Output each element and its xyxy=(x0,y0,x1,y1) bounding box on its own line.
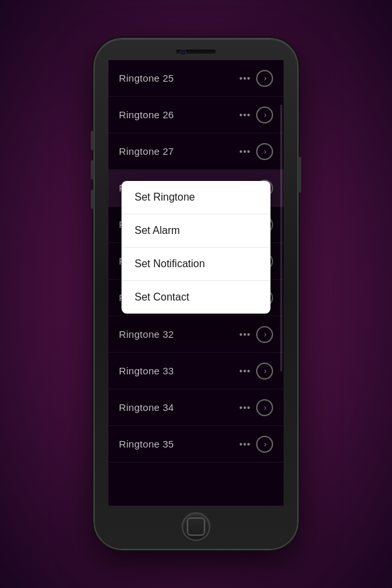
context-menu-item-set-ringtone[interactable]: Set Ringtone xyxy=(122,181,270,214)
home-button[interactable] xyxy=(182,512,210,541)
home-button-inner xyxy=(187,517,205,536)
phone-frame: Ringtone 25•••›Ringtone 26•••›Ringtone 2… xyxy=(95,39,297,549)
context-menu-item-set-notification[interactable]: Set Notification xyxy=(122,248,270,281)
context-menu: Set RingtoneSet AlarmSet NotificationSet… xyxy=(122,181,270,314)
camera xyxy=(180,50,186,55)
screen: Ringtone 25•••›Ringtone 26•••›Ringtone 2… xyxy=(108,60,284,506)
context-menu-item-set-alarm[interactable]: Set Alarm xyxy=(122,214,270,248)
context-menu-item-set-contact[interactable]: Set Contact xyxy=(122,281,270,314)
ringtone-list: Ringtone 25•••›Ringtone 26•••›Ringtone 2… xyxy=(108,60,284,506)
context-menu-overlay: Set RingtoneSet AlarmSet NotificationSet… xyxy=(108,60,284,506)
